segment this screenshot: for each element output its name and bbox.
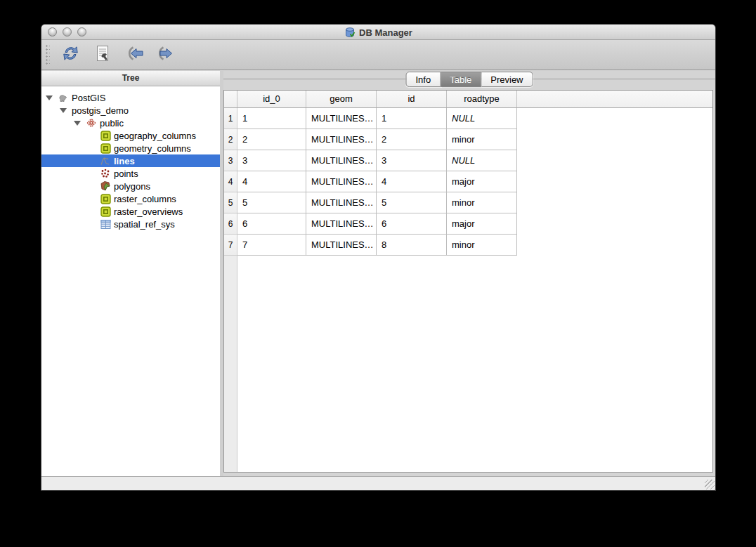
tree-item-postgis_demo[interactable]: postgis_demo [41, 104, 220, 117]
disclosure-triangle-icon[interactable] [59, 106, 67, 114]
table-row: 5MULTILINES…5minor [237, 192, 712, 213]
table-green-icon [100, 193, 111, 204]
titlebar[interactable]: DB Manager [41, 25, 715, 40]
table-row: 7MULTILINES…8minor [237, 235, 712, 256]
sql-window-icon [95, 45, 110, 65]
row-number[interactable]: 1 [224, 108, 237, 129]
disclosure-spacer [87, 144, 96, 152]
tree-item-lines[interactable]: lines [41, 154, 220, 167]
detail-panel: InfoTablePreview id_0geomidroadtype 1234… [223, 71, 715, 476]
cell-id[interactable]: 3 [377, 150, 447, 171]
table-row: 3MULTILINES…3NULL [237, 150, 712, 171]
toolbar [41, 40, 715, 70]
cell-id_0[interactable]: 3 [237, 150, 306, 171]
tree-item-label: raster_columns [114, 194, 176, 204]
row-number[interactable]: 6 [224, 213, 237, 235]
cell-id[interactable]: 1 [377, 108, 447, 129]
row-number[interactable]: 7 [224, 235, 237, 256]
traffic-lights [48, 27, 86, 37]
db-manager-window: DB Manager Tree PostGISpostgis_demopubli… [41, 25, 715, 490]
cell-id_0[interactable]: 4 [237, 171, 306, 192]
tree-item-public[interactable]: public [41, 117, 220, 129]
tree-item-raster_columns[interactable]: raster_columns [41, 192, 220, 205]
tree-item-label: lines [114, 156, 135, 166]
cell-roadtype[interactable]: minor [447, 129, 517, 150]
close-button[interactable] [48, 27, 57, 37]
row-number[interactable]: 2 [224, 129, 237, 150]
zoom-button[interactable] [77, 27, 86, 37]
postgis-elephant-icon [58, 92, 69, 103]
table-green-icon [100, 130, 111, 141]
cell-geom[interactable]: MULTILINES… [306, 171, 377, 192]
tree-item-label: raster_overviews [114, 206, 183, 217]
column-header-geom[interactable]: geom [306, 91, 377, 107]
tree-item-geometry_columns[interactable]: geometry_columns [41, 142, 220, 154]
row-number[interactable]: 5 [224, 192, 237, 213]
point-layer-icon [100, 168, 111, 179]
toolbar-buttons [50, 43, 179, 67]
disclosure-triangle-icon[interactable] [73, 119, 82, 127]
cell-geom[interactable]: MULTILINES… [306, 108, 377, 129]
table-row: 4MULTILINES…4major [237, 171, 712, 192]
cell-roadtype[interactable]: NULL [447, 150, 517, 171]
tree-item-label: postgis_demo [72, 105, 129, 116]
tree-item-spatial_ref_sys[interactable]: spatial_ref_sys [41, 218, 220, 230]
cell-geom[interactable]: MULTILINES… [306, 129, 377, 150]
disclosure-spacer [87, 131, 96, 140]
cell-geom[interactable]: MULTILINES… [306, 213, 377, 235]
disclosure-spacer [87, 220, 96, 228]
minimize-button[interactable] [63, 27, 72, 37]
tree-item-label: polygons [114, 181, 150, 192]
disclosure-spacer [87, 182, 96, 190]
tree-item-geography_columns[interactable]: geography_columns [41, 129, 220, 142]
resize-grip-icon[interactable] [705, 480, 715, 489]
cell-id[interactable]: 6 [377, 213, 447, 235]
window-title-area: DB Manager [41, 25, 715, 40]
cell-id_0[interactable]: 5 [237, 192, 306, 213]
refresh-button[interactable] [58, 43, 82, 67]
cell-id[interactable]: 4 [377, 171, 447, 192]
desktop-background: { "window": { "title": "DB Manager" }, "… [0, 0, 756, 547]
cell-id_0[interactable]: 2 [237, 129, 306, 150]
cell-roadtype[interactable]: major [447, 171, 517, 192]
tree-item-label: geometry_columns [114, 143, 191, 154]
column-header-roadtype[interactable]: roadtype [447, 91, 517, 107]
cell-id_0[interactable]: 6 [237, 213, 306, 235]
cell-id[interactable]: 5 [377, 192, 447, 213]
import-layer-button[interactable] [123, 43, 147, 67]
import-layer-icon [125, 46, 145, 64]
cell-id_0[interactable]: 1 [237, 108, 306, 129]
tree-item-label: geography_columns [114, 131, 196, 141]
tab-preview[interactable]: Preview [481, 72, 533, 87]
tree-item-points[interactable]: points [41, 167, 220, 180]
table-corner-cell[interactable] [224, 91, 237, 107]
cell-id[interactable]: 2 [377, 129, 447, 150]
row-number[interactable]: 4 [224, 171, 237, 192]
cell-roadtype[interactable]: major [447, 213, 517, 235]
cell-roadtype[interactable]: minor [447, 235, 517, 256]
window-title: DB Manager [359, 27, 412, 38]
cell-geom[interactable]: MULTILINES… [306, 192, 377, 213]
tree-item-raster_overviews[interactable]: raster_overviews [41, 205, 220, 218]
cell-roadtype[interactable]: minor [447, 192, 517, 213]
row-number[interactable]: 3 [224, 150, 237, 171]
cell-roadtype[interactable]: NULL [447, 108, 517, 129]
table-row: 6MULTILINES…6major [237, 213, 712, 235]
tree-item-PostGIS[interactable]: PostGIS [41, 91, 220, 104]
cell-geom[interactable]: MULTILINES… [306, 235, 377, 256]
export-layer-icon [157, 46, 177, 64]
cell-id_0[interactable]: 7 [237, 235, 306, 256]
polygon-layer-icon [100, 180, 111, 192]
tab-table[interactable]: Table [441, 72, 481, 87]
status-bar [41, 476, 715, 490]
tree-item-polygons[interactable]: polygons [41, 180, 220, 192]
toolbar-drag-handle[interactable] [45, 44, 50, 66]
tab-info[interactable]: Info [405, 72, 441, 87]
sql-window-button[interactable] [91, 43, 115, 67]
export-layer-button[interactable] [155, 43, 179, 67]
cell-id[interactable]: 8 [377, 235, 447, 256]
cell-geom[interactable]: MULTILINES… [306, 150, 377, 171]
column-header-id_0[interactable]: id_0 [237, 91, 306, 107]
disclosure-triangle-icon[interactable] [45, 93, 53, 102]
column-header-id[interactable]: id [377, 91, 447, 107]
